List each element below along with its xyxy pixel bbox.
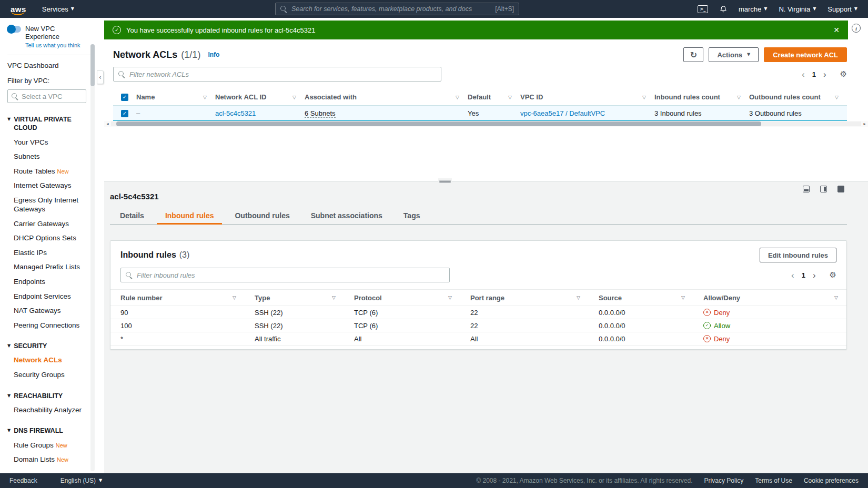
sidebar-item-domain-lists[interactable]: Domain ListsNew (14, 455, 90, 464)
sidebar-scrollbar-thumb[interactable] (90, 44, 95, 86)
edit-inbound-rules-button[interactable]: Edit inbound rules (760, 248, 836, 262)
acl-id-link[interactable]: acl-5c4c5321 (215, 109, 256, 117)
side-panel-layout-icon[interactable] (820, 186, 827, 192)
tab-outbound-rules[interactable]: Outbound rules (224, 207, 300, 224)
full-panel-layout-icon[interactable] (837, 186, 844, 192)
filter-icon[interactable]: ▽ (508, 95, 512, 100)
previous-page-icon[interactable]: ‹ (791, 271, 794, 280)
banner-close-icon[interactable]: ✕ (833, 26, 840, 34)
filter-icon[interactable]: ▽ (448, 295, 452, 300)
inbound-rules-filter[interactable] (120, 268, 450, 282)
preferences-gear-icon[interactable]: ⚙ (830, 270, 836, 280)
tab-tags[interactable]: Tags (393, 207, 431, 224)
scrollbar-thumb[interactable] (116, 121, 761, 126)
bottom-panel-layout-icon[interactable] (803, 186, 810, 192)
column-header-associated-with: Associated with ▽ (305, 93, 468, 101)
subnets-popover-link[interactable]: 6 Subnets (305, 109, 336, 118)
cloudshell-icon[interactable]: >_ (698, 5, 708, 13)
filter-icon[interactable]: ▽ (737, 95, 741, 100)
tab-details[interactable]: Details (110, 207, 155, 224)
row-checkbox[interactable]: ✓ (121, 110, 128, 117)
inbound-rules-filter-input[interactable] (137, 271, 445, 279)
filter-icon[interactable]: ▽ (332, 295, 336, 300)
info-link[interactable]: Info (208, 51, 219, 58)
current-page[interactable]: 1 (802, 271, 805, 279)
sidebar-item-endpoints[interactable]: Endpoints (14, 277, 90, 287)
create-network-acl-button[interactable]: Create network ACL (764, 47, 847, 62)
sidebar-item-peering-connections[interactable]: Peering Connections (14, 321, 90, 330)
language-menu[interactable]: English (US) ▼ (60, 477, 103, 484)
sidebar-item-dhcp-options-sets[interactable]: DHCP Options Sets (14, 233, 90, 243)
panel-resize-handle[interactable] (438, 178, 452, 184)
scroll-left-icon[interactable]: ◂ (104, 121, 111, 126)
sidebar-collapse-button[interactable]: ‹ (97, 70, 104, 84)
privacy-policy-link[interactable]: Privacy Policy (704, 477, 744, 484)
sidebar-item-security-groups[interactable]: Security Groups (14, 370, 90, 380)
next-page-icon[interactable]: › (813, 271, 816, 280)
sidebar-scrollbar[interactable] (90, 44, 95, 471)
sidebar-item-rule-groups[interactable]: Rule GroupsNew (14, 441, 90, 450)
filter-icon[interactable]: ▽ (834, 295, 838, 300)
new-badge: New (57, 456, 68, 463)
account-menu[interactable]: marche ▼ (739, 5, 768, 13)
feedback-link[interactable]: Feedback (9, 477, 37, 484)
global-search[interactable]: [Alt+S] (275, 3, 519, 15)
notifications-icon[interactable] (720, 5, 727, 13)
filter-icon[interactable]: ▽ (233, 295, 236, 300)
filter-icon[interactable]: ▽ (292, 95, 296, 100)
vpc-id-link[interactable]: vpc-6aea5e17 / DefaultVPC (520, 109, 605, 117)
current-page[interactable]: 1 (812, 70, 816, 78)
sidebar-item-reachability-analyzer[interactable]: Reachability Analyzer (14, 405, 90, 415)
section-title-vpc[interactable]: ▼ VIRTUAL PRIVATE CLOUD (7, 115, 90, 133)
sidebar-item-egress-only-internet-gateways[interactable]: Egress Only Internet Gateways (14, 196, 90, 214)
services-menu[interactable]: Services ▼ (42, 5, 74, 13)
horizontal-scrollbar[interactable]: ◂ ▸ (104, 121, 868, 127)
new-badge: New (57, 168, 69, 175)
sidebar-item-internet-gateways[interactable]: Internet Gateways (14, 181, 90, 190)
experience-feedback-link[interactable]: Tell us what you think (25, 42, 90, 48)
scroll-right-icon[interactable]: ▸ (861, 121, 868, 126)
aws-logo[interactable]: aws (11, 5, 26, 14)
preferences-gear-icon[interactable]: ⚙ (840, 69, 847, 79)
section-title-reachability[interactable]: ▼ REACHABILITY (7, 392, 90, 400)
sidebar-item-route-tables[interactable]: Route TablesNew (14, 167, 90, 176)
help-panel-icon[interactable]: i (852, 24, 861, 33)
sidebar-item-vpc-dashboard[interactable]: VPC Dashboard (7, 62, 90, 69)
actions-button[interactable]: Actions ▼ (709, 47, 759, 62)
sidebar-item-nat-gateways[interactable]: NAT Gateways (14, 306, 90, 316)
sidebar-item-subnets[interactable]: Subnets (14, 152, 90, 161)
column-header-acl-id: Network ACL ID ▽ (215, 93, 305, 101)
experience-toggle[interactable] (7, 26, 21, 33)
vpc-filter-select[interactable]: Select a VPC (7, 89, 86, 103)
support-menu[interactable]: Support ▼ (827, 5, 857, 13)
sidebar-item-your-vpcs[interactable]: Your VPCs (14, 138, 90, 147)
filter-icon[interactable]: ▽ (681, 295, 685, 300)
rule-row: * All traffic All All 0.0.0.0/0 ✕ Deny (110, 332, 846, 345)
sidebar-item-carrier-gateways[interactable]: Carrier Gateways (14, 219, 90, 229)
terms-of-use-link[interactable]: Terms of Use (755, 477, 792, 484)
cookie-preferences-link[interactable]: Cookie preferences (804, 477, 859, 484)
next-page-icon[interactable]: › (823, 70, 826, 79)
filter-icon[interactable]: ▽ (642, 95, 646, 100)
section-title-security[interactable]: ▼ SECURITY (7, 342, 90, 350)
filter-icon[interactable]: ▽ (577, 295, 580, 300)
section-title-dns-firewall[interactable]: ▼ DNS FIREWALL (7, 426, 90, 435)
scrollbar-track[interactable] (111, 121, 861, 126)
select-all-checkbox[interactable]: ✓ (121, 94, 128, 101)
sidebar-item-elastic-ips[interactable]: Elastic IPs (14, 248, 90, 258)
previous-page-icon[interactable]: ‹ (802, 70, 805, 79)
filter-icon[interactable]: ▽ (456, 95, 459, 100)
region-menu[interactable]: N. Virginia ▼ (779, 5, 816, 13)
filter-icon[interactable]: ▽ (835, 95, 839, 100)
refresh-button[interactable]: ↻ (683, 47, 703, 62)
filter-icon[interactable]: ▽ (203, 95, 207, 100)
sidebar-item-endpoint-services[interactable]: Endpoint Services (14, 292, 90, 301)
sidebar-item-network-acls[interactable]: Network ACLs (14, 355, 90, 365)
tab-inbound-rules[interactable]: Inbound rules (155, 207, 225, 224)
acl-filter[interactable] (113, 67, 441, 82)
global-search-input[interactable] (291, 5, 491, 13)
acl-filter-input[interactable] (129, 70, 436, 78)
tab-subnet-associations[interactable]: Subnet associations (300, 207, 393, 224)
sidebar-item-managed-prefix-lists[interactable]: Managed Prefix Lists (14, 262, 90, 272)
column-label: Protocol (354, 294, 382, 302)
